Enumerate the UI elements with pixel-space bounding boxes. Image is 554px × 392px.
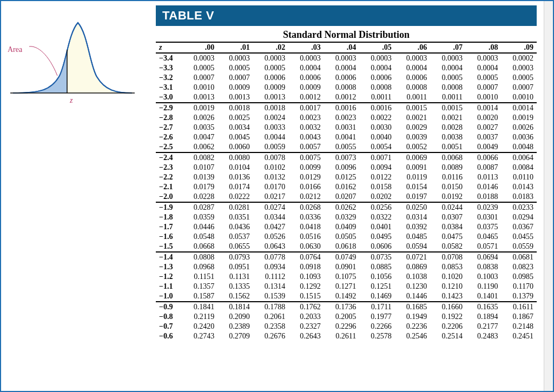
prob-cell: 0.0418 — [288, 222, 324, 232]
prob-cell: 0.0037 — [466, 132, 502, 142]
prob-cell: 0.0559 — [501, 242, 537, 252]
prob-cell: 0.0146 — [466, 182, 502, 192]
prob-cell: 0.1038 — [395, 272, 431, 282]
scroll-down-button[interactable] — [544, 382, 553, 391]
prob-cell: 0.0239 — [466, 202, 502, 212]
prob-cell: 0.0009 — [217, 83, 253, 92]
prob-cell: 0.0735 — [359, 252, 395, 262]
prob-cell: 0.2578 — [359, 331, 395, 341]
table-subtitle: Standard Normal Distribution — [156, 26, 537, 42]
z-cell: −0.7 — [156, 322, 182, 331]
prob-cell: 0.1292 — [288, 282, 324, 291]
table-row: −0.60.27430.27090.26760.26430.26110.2578… — [156, 331, 537, 341]
prob-cell: 0.0436 — [217, 222, 253, 232]
prob-cell: 0.0019 — [501, 113, 537, 123]
prob-cell: 0.0694 — [466, 252, 502, 262]
prob-cell: 0.1151 — [182, 272, 218, 282]
prob-cell: 0.0244 — [430, 202, 466, 212]
prob-cell: 0.0885 — [359, 262, 395, 272]
prob-cell: 0.0207 — [324, 192, 360, 202]
prob-cell: 0.1492 — [324, 291, 360, 302]
z-cell: −1.9 — [156, 202, 182, 212]
scroll-up-button[interactable] — [544, 1, 553, 10]
prob-cell: 0.0548 — [182, 232, 218, 242]
prob-cell: 0.1230 — [395, 282, 431, 291]
prob-cell: 0.2709 — [217, 331, 253, 341]
prob-cell: 0.0307 — [430, 212, 466, 222]
prob-cell: 0.1587 — [182, 291, 218, 302]
prob-cell: 0.0040 — [359, 132, 395, 142]
prob-cell: 0.0170 — [253, 182, 289, 192]
prob-cell: 0.0359 — [182, 212, 218, 222]
prob-cell: 0.0003 — [324, 53, 360, 63]
col-header: .01 — [217, 42, 253, 53]
col-header: .06 — [395, 42, 431, 53]
prob-cell: 0.2119 — [182, 312, 218, 322]
figure-panel: Area z — [8, 5, 148, 387]
prob-cell: 0.0188 — [466, 192, 502, 202]
prob-cell: 0.2483 — [466, 331, 502, 341]
page: Area z TABLE V Standard Normal Distribut… — [0, 0, 554, 392]
prob-cell: 0.0003 — [430, 53, 466, 63]
prob-cell: 0.0060 — [217, 142, 253, 152]
prob-cell: 0.0089 — [430, 163, 466, 172]
prob-cell: 0.0008 — [395, 83, 431, 92]
z-cell: −1.8 — [156, 212, 182, 222]
prob-cell: 0.0202 — [359, 192, 395, 202]
area-label: Area — [8, 45, 22, 54]
prob-cell: 0.0003 — [395, 53, 431, 63]
prob-cell: 0.1003 — [466, 272, 502, 282]
prob-cell: 0.0764 — [288, 252, 324, 262]
prob-cell: 0.1314 — [253, 282, 289, 291]
prob-cell: 0.2061 — [253, 312, 289, 322]
prob-cell: 0.0068 — [430, 152, 466, 163]
prob-cell: 0.1736 — [324, 302, 360, 312]
prob-cell: 0.0808 — [182, 252, 218, 262]
prob-cell: 0.0075 — [288, 152, 324, 163]
prob-cell: 0.0006 — [288, 73, 324, 83]
z-cell: −1.3 — [156, 262, 182, 272]
scroll-thumb[interactable] — [544, 10, 553, 129]
prob-cell: 0.0011 — [430, 92, 466, 103]
prob-cell: 0.1131 — [217, 272, 253, 282]
prob-cell: 0.0287 — [182, 202, 218, 212]
prob-cell: 0.0006 — [324, 73, 360, 83]
prob-cell: 0.0084 — [501, 163, 537, 172]
prob-cell: 0.0401 — [359, 222, 395, 232]
prob-cell: 0.0104 — [217, 163, 253, 172]
prob-cell: 0.0099 — [288, 163, 324, 172]
prob-cell: 0.0015 — [395, 103, 431, 113]
prob-cell: 0.0069 — [395, 152, 431, 163]
table-row: −2.80.00260.00250.00240.00230.00230.0022… — [156, 113, 537, 123]
prob-cell: 0.0062 — [182, 142, 218, 152]
prob-cell: 0.1788 — [253, 302, 289, 312]
prob-cell: 0.0003 — [501, 63, 537, 73]
prob-cell: 0.0043 — [288, 132, 324, 142]
prob-cell: 0.0004 — [430, 63, 466, 73]
table-row: −0.90.18410.18140.17880.17620.17360.1711… — [156, 302, 537, 312]
z-cell: −1.4 — [156, 252, 182, 262]
prob-cell: 0.0749 — [324, 252, 360, 262]
prob-cell: 0.0020 — [466, 113, 502, 123]
prob-cell: 0.0351 — [217, 212, 253, 222]
prob-cell: 0.0427 — [253, 222, 289, 232]
prob-cell: 0.1093 — [288, 272, 324, 282]
prob-cell: 0.0033 — [253, 123, 289, 132]
table-row: −1.30.09680.09510.09340.09180.09010.0885… — [156, 262, 537, 272]
prob-cell: 0.0091 — [395, 163, 431, 172]
prob-cell: 0.0630 — [288, 242, 324, 252]
col-header: .00 — [182, 42, 218, 53]
prob-cell: 0.0384 — [430, 222, 466, 232]
prob-cell: 0.2451 — [501, 331, 537, 341]
z-cell: −1.6 — [156, 232, 182, 242]
prob-cell: 0.0166 — [288, 182, 324, 192]
prob-cell: 0.0024 — [253, 113, 289, 123]
prob-cell: 0.0047 — [182, 132, 218, 142]
prob-cell: 0.1190 — [466, 282, 502, 291]
prob-cell: 0.0014 — [466, 103, 502, 113]
table-row: −2.70.00350.00340.00330.00320.00310.0030… — [156, 123, 537, 132]
prob-cell: 0.0668 — [182, 242, 218, 252]
prob-cell: 0.0016 — [359, 103, 395, 113]
prob-cell: 0.0136 — [217, 172, 253, 182]
prob-cell: 0.0006 — [253, 73, 289, 83]
